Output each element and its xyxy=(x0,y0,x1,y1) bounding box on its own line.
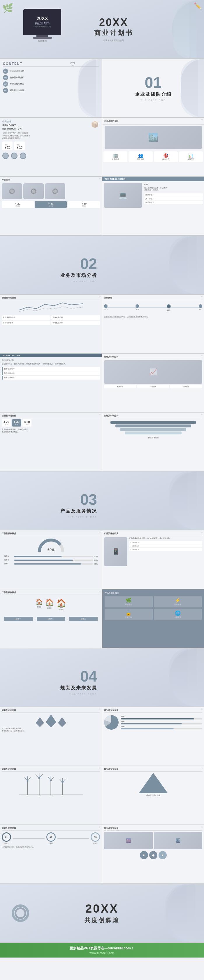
market-analysis-right: 🛡 发展历程 2019 2020 2021 xyxy=(102,295,204,353)
icon-box-4: 📊 发展历程 xyxy=(179,151,203,162)
tech-market-left: TECHNOLOGIC ITEM 金融及市场分析 核心技术特点，创新产品理念，领… xyxy=(0,353,102,412)
svg-line-4 xyxy=(25,777,28,781)
final-title: 共度创辉煌 xyxy=(84,916,120,924)
product-gray-banner: 产品及服务概况 🌿 环保理念 ⚡ 高效服务 🔒 安全可靠 🌐 全球覆盖 xyxy=(102,589,204,648)
section-01-num: 01 xyxy=(135,75,172,90)
cover-slide: 20XX 商业计划书 公司名称有限责任公司 紫鸟图库 20XX 商业计划书 公司… xyxy=(0,0,204,58)
product-service-right: 🛡 产品及服务概况 📱 产品及服务详细介绍，核心功能描述， 用户价值主张。 ✓ … xyxy=(102,530,204,589)
section-03-slide: 03 产品及服务情况 THE PART THREE xyxy=(0,471,204,530)
icon-box-2: 👥 团队介绍 xyxy=(128,151,152,162)
svg-text:2023: 2023 xyxy=(61,795,65,796)
tech-item-slide: TECHNOLOGIC ITEM 💻 45% 核心技术特点描述，产品技术优势说明… xyxy=(102,177,204,235)
section-04-slide: 04 规划及未来发展 THE PART FOUR xyxy=(0,648,204,706)
icon-box-1: 🏢 企业概况 xyxy=(103,151,127,162)
flower-deco: 🌿 xyxy=(2,3,13,13)
market-analysis-left: 🛡 金融及市场分析 市场规模与增长 竞争对手分析 目标客户群体 市场机会挑战 xyxy=(0,295,102,353)
planning-left: 🛡 规划及未来发展 规划及未来发展战略分析，市场拓展计划，业务增长目标。 xyxy=(0,707,102,765)
market-pricing-right: 🛡 金融及市场分析 分层市场结构 xyxy=(102,412,204,471)
decorative-label: 紫鸟图库 xyxy=(23,40,61,43)
enterprise-intro-slide: 🛡 企业及团队介绍 🏙️ 🏢 企业概况 👥 团队介绍 🎯 核心优势 📊 发展历程 xyxy=(102,118,204,176)
section-04-subtitle: THE PART FOUR xyxy=(60,693,97,695)
section-02-subtitle: THE PART TWO xyxy=(60,280,97,282)
product-service-left: 🛡 产品及服务概况 60% 服务A 60% 服务B 75% xyxy=(0,530,102,589)
section-01-subtitle: THE PART ONE xyxy=(135,99,172,101)
svg-text:2022: 2022 xyxy=(49,795,53,796)
product-overview-slide: 🛡 产品展示 🔘 🔘 🔘 ¥ 20 基础版 xyxy=(0,177,102,235)
section-01-slide: 01 企业及团队介绍 THE PART ONE xyxy=(102,59,204,117)
market-pricing-left: 🛡 金融及市场分析 ¥ 20 基本 ¥ 30 标准 ¥ 50 高级 市场价格策略… xyxy=(0,412,102,471)
section-04-num: 04 xyxy=(60,669,97,684)
content-slide: CONTENT 🛡 01 企业及团队介绍 02 业务及市场分析 03 产品及服务… xyxy=(0,59,102,117)
icon-box-3: 🎯 核心优势 xyxy=(154,151,178,162)
section-03-title: 产品及服务情况 xyxy=(60,508,97,514)
svg-line-5 xyxy=(28,777,31,781)
section-02-title: 业务及市场分析 xyxy=(60,272,97,278)
section-02-num: 02 xyxy=(60,256,97,271)
planning-final: 🛡 规划及未来发展 🌆 🌃 ★ ◆ ● xyxy=(102,825,204,883)
section-04-title: 规划及未来发展 xyxy=(60,685,97,691)
section-03-num: 03 xyxy=(60,492,97,507)
svg-line-15 xyxy=(51,777,54,780)
cover-title: 商业计划书 xyxy=(94,29,133,37)
price-tag-1: 售价 ¥ 20 xyxy=(2,142,13,150)
pencil-deco: ✏️ xyxy=(194,2,202,10)
final-slide: 20XX 共度创辉煌 xyxy=(0,884,204,942)
planning-right: 🛡 规划及未来发展 90% 75% 65% xyxy=(102,707,204,765)
footer-banner: 更多精品PPT资源尽在—sucai999.com！ www.sucai999.c… xyxy=(0,943,204,958)
wave-chart xyxy=(2,301,100,313)
market-right-2: 🛡 金融及市场分析 📈 数据分析 市场预测 趋势报告 xyxy=(102,353,204,412)
svg-line-10 xyxy=(40,774,43,778)
price-tag-2: 优惠 ¥ 10 xyxy=(14,142,24,150)
planning-turbine-right: 🛡 规划及未来发展 战略规划层次结构 xyxy=(102,766,204,824)
svg-text:2021: 2021 xyxy=(37,795,41,796)
semicircle-chart: 60% xyxy=(36,537,66,553)
footer-url: www.sucai999.com xyxy=(90,951,114,955)
cover-year: 20XX xyxy=(94,16,133,29)
svg-line-14 xyxy=(48,777,51,780)
planning-timeline-left: 🛡 规划及未来发展 01 计划一 02 计划二 03 计划三 xyxy=(0,825,102,883)
company-info-slide: 公司介绍 COMPANY INFORMATION 📦 公司介绍文字内容，描述公司… xyxy=(0,118,102,176)
turbine-chart: 2020 2021 2022 2023 xyxy=(2,773,100,796)
planning-turbine-left: 🛡 规划及未来发展 xyxy=(0,766,102,824)
svg-text:60%: 60% xyxy=(47,548,54,552)
section-01-title: 企业及团队介绍 xyxy=(135,91,172,97)
final-year: 20XX xyxy=(84,902,120,915)
svg-line-19 xyxy=(60,779,63,783)
footer-main-text: 更多精品PPT资源尽在—sucai999.com！ xyxy=(70,946,134,951)
svg-line-20 xyxy=(63,779,66,783)
section-02-slide: 02 业务及市场分析 THE PART TWO xyxy=(0,236,204,294)
svg-line-9 xyxy=(36,774,40,778)
section-03-subtitle: THE PART THREE xyxy=(60,516,97,518)
content-header: CONTENT xyxy=(3,62,99,67)
cover-subtitle: 公司名称有限责任公司 xyxy=(94,39,133,42)
product-detail-left: 🛡 产品及服务概况 🏠 基础版 🏠 标准版 🏠 企业版 xyxy=(0,589,102,648)
svg-text:2020: 2020 xyxy=(26,795,30,796)
monitor-screen: 20XX 商业计划书 公司名称有限责任公司 xyxy=(23,9,61,35)
